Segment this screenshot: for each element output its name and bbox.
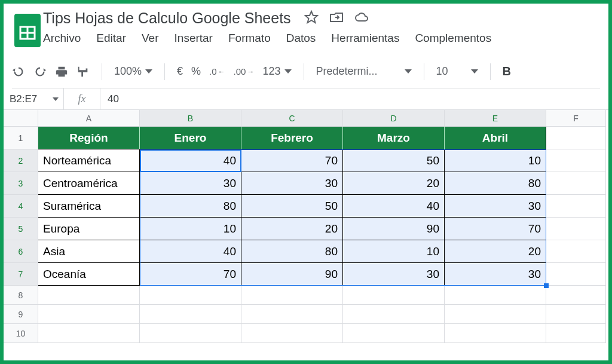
zoom-select[interactable]: 100% (114, 65, 152, 78)
cell-f8[interactable] (546, 286, 606, 305)
cell-d6[interactable]: 10 (343, 240, 445, 263)
undo-button[interactable] (12, 65, 25, 78)
font-size-select[interactable]: 10 (436, 65, 478, 78)
cell-c9[interactable] (241, 305, 343, 324)
cell-c8[interactable] (241, 286, 343, 305)
move-icon[interactable] (329, 10, 344, 27)
cell-e10[interactable] (445, 324, 546, 343)
bold-button[interactable]: B (503, 65, 511, 78)
row-header-5[interactable]: 5 (4, 218, 38, 240)
menu-ver[interactable]: Ver (142, 32, 159, 45)
cell-c1[interactable]: Febrero (241, 127, 343, 149)
cell-d9[interactable] (343, 305, 445, 324)
cell-b2[interactable]: 40 (140, 149, 241, 172)
cell-a4[interactable]: Suramérica (38, 195, 140, 218)
format-currency-button[interactable]: € (177, 65, 183, 78)
decrease-decimal-button[interactable]: .0← (209, 67, 225, 76)
row-header-8[interactable]: 8 (4, 286, 38, 305)
document-title[interactable]: Tips Hojas de Calculo Google Sheets (43, 10, 291, 27)
cell-b4[interactable]: 80 (140, 195, 241, 218)
col-header-a[interactable]: A (38, 110, 140, 127)
cell-c10[interactable] (241, 324, 343, 343)
row-header-6[interactable]: 6 (4, 240, 38, 263)
cell-b7[interactable]: 70 (140, 263, 241, 286)
cell-a6[interactable]: Asia (38, 240, 140, 263)
cell-c7[interactable]: 90 (241, 263, 343, 286)
row-header-4[interactable]: 4 (4, 195, 38, 218)
selection-handle[interactable] (544, 283, 549, 288)
number-format-select[interactable]: 123 (262, 65, 291, 78)
cell-b6[interactable]: 40 (140, 240, 241, 263)
formula-input[interactable]: 40 (100, 93, 119, 105)
cell-a1[interactable]: Región (38, 127, 140, 149)
row-header-1[interactable]: 1 (4, 127, 38, 149)
cell-e8[interactable] (445, 286, 546, 305)
cell-f3[interactable] (546, 172, 606, 195)
menu-formato[interactable]: Formato (228, 32, 271, 45)
cell-c2[interactable]: 70 (241, 149, 343, 172)
cloud-status-icon[interactable] (354, 10, 369, 27)
cell-f5[interactable] (546, 218, 606, 240)
cell-d1[interactable]: Marzo (343, 127, 445, 149)
menu-archivo[interactable]: Archivo (43, 32, 81, 45)
cell-c5[interactable]: 20 (241, 218, 343, 240)
paint-format-button[interactable] (76, 65, 90, 78)
cell-a3[interactable]: Centroamérica (38, 172, 140, 195)
increase-decimal-button[interactable]: .00→ (234, 67, 255, 76)
row-header-2[interactable]: 2 (4, 149, 38, 172)
col-header-c[interactable]: C (241, 110, 343, 127)
cell-d8[interactable] (343, 286, 445, 305)
redo-button[interactable] (33, 65, 47, 78)
cell-e3[interactable]: 80 (445, 172, 546, 195)
cell-d3[interactable]: 20 (343, 172, 445, 195)
cell-b3[interactable]: 30 (140, 172, 241, 195)
row-header-7[interactable]: 7 (4, 263, 38, 286)
col-header-f[interactable]: F (546, 110, 606, 127)
menu-herramientas[interactable]: Herramientas (331, 32, 399, 45)
row-header-9[interactable]: 9 (4, 305, 38, 324)
cell-d5[interactable]: 90 (343, 218, 445, 240)
cell-b10[interactable] (140, 324, 241, 343)
name-box[interactable]: B2:E7 (4, 93, 63, 105)
cell-f6[interactable] (546, 240, 606, 263)
cell-f2[interactable] (546, 149, 606, 172)
star-icon[interactable] (304, 10, 319, 27)
cell-b5[interactable]: 10 (140, 218, 241, 240)
menu-datos[interactable]: Datos (286, 32, 316, 45)
cell-f1[interactable] (546, 127, 606, 149)
cell-f9[interactable] (546, 305, 606, 324)
menu-complementos[interactable]: Complementos (415, 32, 491, 45)
cell-a10[interactable] (38, 324, 140, 343)
menu-insertar[interactable]: Insertar (175, 32, 213, 45)
cell-e1[interactable]: Abril (445, 127, 546, 149)
cell-a8[interactable] (38, 286, 140, 305)
cell-a9[interactable] (38, 305, 140, 324)
cell-e9[interactable] (445, 305, 546, 324)
spreadsheet-grid[interactable]: A B C D E F 1 Región Enero Febrero Marzo… (4, 110, 608, 343)
font-family-select[interactable]: Predetermi... (316, 65, 412, 78)
cell-c4[interactable]: 50 (241, 195, 343, 218)
col-header-e[interactable]: E (445, 110, 546, 127)
cell-d10[interactable] (343, 324, 445, 343)
menu-editar[interactable]: Editar (96, 32, 126, 45)
cell-e2[interactable]: 10 (445, 149, 546, 172)
cell-c3[interactable]: 30 (241, 172, 343, 195)
cell-f7[interactable] (546, 263, 606, 286)
cell-d7[interactable]: 30 (343, 263, 445, 286)
cell-b9[interactable] (140, 305, 241, 324)
cell-e7[interactable]: 30 (445, 263, 546, 286)
cell-d2[interactable]: 50 (343, 149, 445, 172)
row-header-10[interactable]: 10 (4, 324, 38, 343)
cell-e5[interactable]: 70 (445, 218, 546, 240)
cell-f4[interactable] (546, 195, 606, 218)
cell-d4[interactable]: 40 (343, 195, 445, 218)
cell-b8[interactable] (140, 286, 241, 305)
cell-a7[interactable]: Oceanía (38, 263, 140, 286)
row-header-3[interactable]: 3 (4, 172, 38, 195)
print-button[interactable] (55, 65, 68, 78)
cell-b1[interactable]: Enero (140, 127, 241, 149)
cell-f10[interactable] (546, 324, 606, 343)
format-percent-button[interactable]: % (191, 65, 201, 78)
col-header-b[interactable]: B (140, 110, 241, 127)
cell-a2[interactable]: Norteamérica (38, 149, 140, 172)
